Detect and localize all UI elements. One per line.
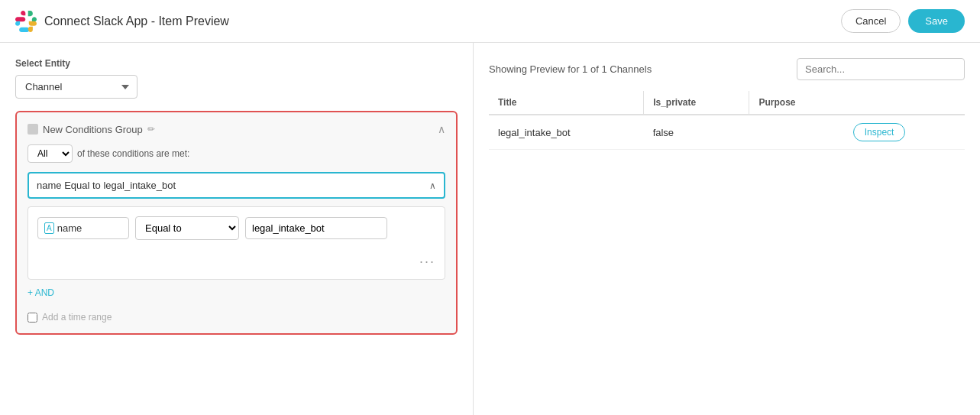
table-header: Title Is_private Purpose xyxy=(489,91,965,115)
field-name-display: A name xyxy=(37,217,129,239)
group-header-left: New Conditions Group ✏ xyxy=(27,124,155,135)
table-body: legal_intake_bot false Inspect xyxy=(489,115,965,150)
preview-header: Showing Preview for 1 of 1 Channels xyxy=(489,58,965,80)
field-type-icon: A xyxy=(44,222,54,234)
time-range-row: Add a time range xyxy=(27,312,445,323)
slack-logo-icon xyxy=(15,11,37,32)
time-range-label: Add a time range xyxy=(42,312,112,323)
preview-title: Showing Preview for 1 of 1 Channels xyxy=(489,63,652,75)
header-left: Connect Slack App - Item Preview xyxy=(15,11,229,32)
conditions-group: New Conditions Group ✏ ∧ All Any of thes… xyxy=(15,111,458,335)
col-purpose: Purpose xyxy=(749,91,844,115)
field-name-text: name xyxy=(57,222,82,234)
table-row: legal_intake_bot false Inspect xyxy=(489,115,965,150)
group-header: New Conditions Group ✏ ∧ xyxy=(27,123,445,135)
save-button[interactable]: Save xyxy=(908,9,965,33)
add-and-link[interactable]: + AND xyxy=(27,287,54,298)
condition-footer: ··· xyxy=(37,248,435,270)
condition-summary-row[interactable]: name Equal to legal_intake_bot ∧ xyxy=(27,172,445,199)
select-entity-label: Select Entity xyxy=(15,58,458,69)
more-options-icon[interactable]: ··· xyxy=(419,254,435,270)
right-panel: Showing Preview for 1 of 1 Channels Titl… xyxy=(474,43,980,415)
edit-icon[interactable]: ✏ xyxy=(147,124,155,135)
entity-select[interactable]: Channel User Message xyxy=(15,75,137,99)
preview-table: Title Is_private Purpose legal_intake_bo… xyxy=(489,91,965,150)
app-header: Connect Slack App - Item Preview Cancel … xyxy=(0,0,980,43)
col-action xyxy=(844,91,965,115)
header-actions: Cancel Save xyxy=(841,9,965,33)
cell-is-private: false xyxy=(644,115,749,150)
time-range-checkbox[interactable] xyxy=(27,313,37,323)
page-title: Connect Slack App - Item Preview xyxy=(44,15,229,28)
condition-fields: A name Equal to Not equal to Contains Do… xyxy=(37,216,435,240)
col-title: Title xyxy=(489,91,644,115)
main-content: Select Entity Channel User Message New C… xyxy=(0,43,980,415)
group-title: New Conditions Group xyxy=(43,124,143,135)
inspect-button[interactable]: Inspect xyxy=(853,123,906,141)
condition-editor: A name Equal to Not equal to Contains Do… xyxy=(27,206,445,280)
operator-select[interactable]: Equal to Not equal to Contains Does not … xyxy=(135,216,239,240)
all-select[interactable]: All Any xyxy=(27,144,73,163)
cell-purpose xyxy=(749,115,844,150)
conditions-meta-text: of these conditions are met: xyxy=(77,148,189,159)
conditions-meta: All Any of these conditions are met: xyxy=(27,144,445,163)
left-panel: Select Entity Channel User Message New C… xyxy=(0,43,474,415)
cell-title: legal_intake_bot xyxy=(489,115,644,150)
search-input[interactable] xyxy=(797,58,965,80)
col-is-private: Is_private xyxy=(644,91,749,115)
condition-summary-text: name Equal to legal_intake_bot xyxy=(37,180,176,191)
chevron-up-icon[interactable]: ∧ xyxy=(429,180,436,191)
cancel-button[interactable]: Cancel xyxy=(841,9,901,33)
group-icon xyxy=(27,124,38,135)
value-input[interactable] xyxy=(245,217,387,239)
cell-action: Inspect xyxy=(844,115,965,150)
collapse-icon[interactable]: ∧ xyxy=(438,123,445,135)
